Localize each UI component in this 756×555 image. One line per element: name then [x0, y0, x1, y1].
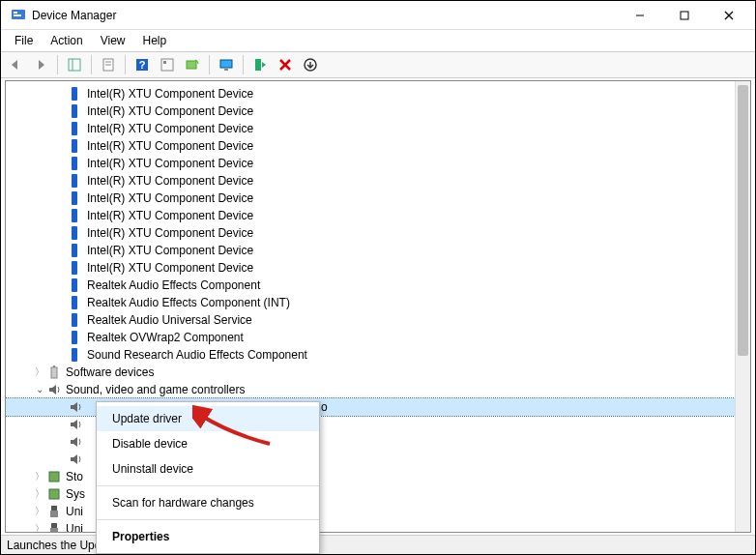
scan-icon[interactable] [182, 54, 203, 75]
svg-rect-1 [14, 12, 17, 14]
speaker-icon [46, 382, 62, 397]
category-label: Sto [66, 468, 83, 485]
expand-icon[interactable]: 〉 [33, 468, 46, 485]
device-label: Intel(R) XTU Component Device [87, 120, 253, 137]
device-label: Realtek Audio Universal Service [87, 311, 252, 329]
context-menu-item[interactable]: Uninstall device [97, 456, 319, 482]
show-hide-tree-icon[interactable] [64, 54, 85, 75]
enable-icon[interactable] [249, 54, 271, 75]
device-item[interactable]: Intel(R) XTU Component Device [6, 172, 750, 190]
svg-rect-48 [73, 298, 76, 301]
component-icon [68, 86, 83, 102]
component-icon [68, 347, 83, 363]
device-item[interactable]: Realtek Audio Effects Component [6, 277, 750, 294]
svg-rect-32 [73, 159, 76, 161]
monitor-icon[interactable] [216, 54, 237, 75]
menu-help[interactable]: Help [135, 32, 175, 49]
device-label-tail: o [321, 398, 328, 416]
menu-view[interactable]: View [93, 32, 133, 49]
device-item[interactable]: Intel(R) XTU Component Device [6, 137, 750, 155]
svg-rect-60 [50, 511, 58, 517]
expand-icon[interactable]: 〉 [33, 485, 46, 503]
device-item[interactable]: Realtek Audio Effects Component (INT) [6, 294, 750, 311]
menu-file[interactable]: File [7, 32, 41, 49]
device-item[interactable]: Realtek Audio Universal Service [6, 311, 750, 329]
device-label: Sound Research Audio Effects Component [87, 346, 307, 364]
component-icon [68, 190, 83, 206]
forward-icon[interactable] [30, 54, 51, 75]
maximize-button[interactable] [662, 1, 707, 30]
disable-icon[interactable] [275, 54, 296, 75]
speaker-icon [68, 452, 83, 467]
device-item[interactable]: Intel(R) XTU Component Device [6, 242, 750, 259]
device-item[interactable]: Realtek OVWrap2 Component [6, 329, 750, 346]
component-icon [68, 138, 83, 154]
context-menu-item[interactable]: Update driver [97, 406, 319, 431]
back-icon[interactable] [5, 54, 26, 75]
component-icon [68, 243, 83, 258]
toolbar: ? [1, 51, 755, 78]
svg-rect-58 [49, 489, 59, 499]
options-icon[interactable] [157, 54, 178, 75]
component-icon [68, 121, 83, 136]
device-item[interactable]: Intel(R) XTU Component Device [6, 224, 750, 242]
device-item[interactable]: Sound Research Audio Effects Component [6, 346, 750, 364]
expand-icon[interactable]: 〉 [33, 503, 46, 520]
device-label: Intel(R) XTU Component Device [87, 259, 253, 277]
svg-rect-54 [73, 350, 76, 353]
collapse-icon[interactable]: ⌄ [33, 381, 46, 398]
category-item[interactable]: ⌄ Sound, video and game controllers [6, 381, 750, 398]
svg-rect-55 [51, 367, 57, 378]
category-label: Uni [66, 520, 83, 533]
component-icon [68, 330, 83, 345]
usb-icon [46, 521, 62, 533]
svg-rect-44 [73, 263, 76, 266]
category-label: Sys [66, 485, 85, 503]
device-item[interactable]: Intel(R) XTU Component Device [6, 259, 750, 277]
speaker-icon [68, 417, 83, 432]
uninstall-icon[interactable] [300, 54, 321, 75]
expand-icon[interactable]: 〉 [33, 520, 46, 533]
component-icon [68, 208, 83, 223]
device-item[interactable]: Intel(R) XTU Component Device [6, 85, 750, 102]
svg-rect-2 [14, 15, 21, 16]
help-icon[interactable]: ? [131, 54, 153, 75]
context-menu-item[interactable]: Scan for hardware changes [97, 490, 319, 515]
device-label: Realtek OVWrap2 Component [87, 329, 244, 346]
context-menu-item[interactable]: Properties [97, 524, 319, 549]
properties-icon[interactable] [98, 54, 119, 75]
svg-rect-28 [73, 124, 76, 127]
menu-action[interactable]: Action [43, 32, 90, 49]
svg-rect-34 [73, 176, 76, 179]
component-icon [68, 260, 83, 276]
svg-rect-40 [73, 228, 76, 231]
category-label: Software devices [66, 364, 154, 381]
device-label: Intel(R) XTU Component Device [87, 155, 253, 172]
device-item[interactable]: Intel(R) XTU Component Device [6, 120, 750, 137]
device-label: Intel(R) XTU Component Device [87, 207, 253, 224]
svg-rect-14 [161, 59, 173, 71]
svg-rect-36 [73, 193, 76, 196]
device-item[interactable]: Intel(R) XTU Component Device [6, 207, 750, 224]
device-label: Intel(R) XTU Component Device [87, 172, 253, 190]
minimize-button[interactable] [618, 1, 662, 30]
svg-rect-24 [73, 89, 76, 92]
svg-rect-59 [51, 506, 57, 511]
svg-rect-50 [73, 315, 76, 318]
category-label: Uni [66, 503, 83, 520]
device-item[interactable]: Intel(R) XTU Component Device [6, 155, 750, 172]
context-menu-item[interactable]: Disable device [97, 431, 319, 456]
expand-icon[interactable]: 〉 [33, 364, 46, 381]
svg-text:?: ? [139, 59, 146, 71]
device-item[interactable]: Intel(R) XTU Component Device [6, 190, 750, 207]
close-button[interactable] [707, 1, 751, 30]
component-icon [68, 295, 83, 310]
chip-icon [46, 469, 62, 484]
vertical-scrollbar[interactable] [735, 81, 750, 532]
device-item[interactable]: Intel(R) XTU Component Device [6, 102, 750, 120]
chip-icon [46, 486, 62, 502]
svg-rect-56 [53, 365, 55, 367]
device-label: Intel(R) XTU Component Device [87, 137, 253, 155]
svg-rect-57 [49, 472, 59, 482]
category-item[interactable]: 〉 Software devices [6, 364, 750, 381]
